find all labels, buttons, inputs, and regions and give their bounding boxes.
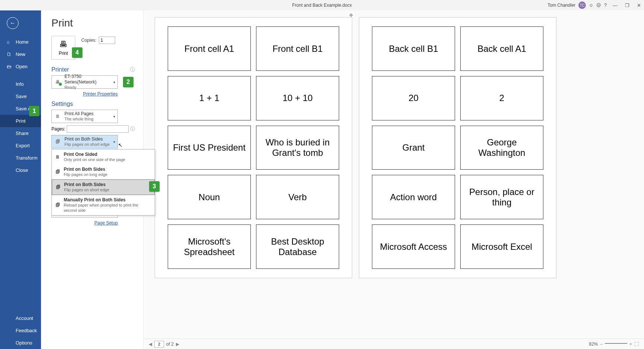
- duplex-popup: 🗎 Print One SidedOnly print on one side …: [51, 149, 155, 216]
- print-scope-dropdown[interactable]: 🗎 Print All PagesThe whole thing ▾: [51, 110, 118, 123]
- user-name: Tom Chandler: [547, 3, 575, 8]
- user-area: Tom Chandler TC ☺ ☹ ?: [547, 1, 607, 9]
- pages-field: Pages: ⓘ: [51, 125, 135, 133]
- cell: Front cell B1: [256, 26, 339, 71]
- sidebar-item-save[interactable]: Save: [0, 90, 41, 103]
- open-icon: 🗁: [7, 64, 13, 69]
- cell: Microsoft's Spreadsheet: [168, 224, 251, 269]
- sidebar-item-home[interactable]: ⌂Home: [0, 36, 41, 48]
- feedback-icon[interactable]: ☹: [596, 3, 601, 8]
- new-icon: 🗋: [7, 51, 13, 57]
- cell: Verb: [256, 175, 339, 219]
- prev-page-button[interactable]: ◀: [149, 342, 152, 347]
- printer-status-icon: 🖶: [54, 78, 61, 86]
- option-manual-both[interactable]: 🗐 Manually Print on Both SidesReload pap…: [52, 195, 155, 215]
- fit-page-button[interactable]: ⛶: [634, 342, 639, 347]
- sidebar-item-new[interactable]: 🗋New: [0, 48, 41, 60]
- duplex-icon: 🗐: [56, 202, 60, 208]
- settings-heading: Settings: [51, 101, 135, 107]
- preview-page-2: Back cell B1Back cell A1 202 GrantGeorge…: [359, 17, 556, 278]
- printer-dropdown[interactable]: 🖶 ET-3750 Series(Network)Ready ▾: [51, 75, 118, 89]
- back-button[interactable]: ←: [7, 17, 19, 29]
- restore-icon[interactable]: ❐: [625, 3, 629, 8]
- info-icon[interactable]: ⓘ: [130, 126, 135, 132]
- callout-badge-2: 2: [123, 77, 133, 87]
- printer-heading: Printer ⓘ: [51, 66, 135, 73]
- printer-properties-link[interactable]: Printer Properties: [83, 91, 118, 97]
- duplex-icon: 🗐: [54, 138, 61, 145]
- avatar[interactable]: TC: [578, 1, 586, 9]
- page-setup-link[interactable]: Page Setup: [94, 220, 118, 226]
- cell: Best Desktop Database: [256, 224, 339, 269]
- print-button[interactable]: 🖶 Print 4: [51, 36, 75, 60]
- close-icon[interactable]: ✕: [637, 3, 641, 8]
- sidebar-item-export[interactable]: Export: [0, 139, 41, 152]
- print-panel: Print 🖶 Print 4 Copies: Printer ⓘ 🖶 ET-3…: [41, 10, 143, 349]
- print-preview: ✥ Front cell A1Front cell B1 1 + 110 + 1…: [143, 10, 644, 349]
- title-bar: Front and Back Example.docx Tom Chandler…: [0, 0, 644, 10]
- status-bar: ◀ of 2 ▶ 82% – + ⛶: [143, 339, 644, 349]
- info-icon[interactable]: ⓘ: [130, 66, 135, 73]
- cursor-icon: ↖: [118, 142, 123, 148]
- cell: Microsoft Excel: [460, 224, 543, 269]
- minimize-icon[interactable]: —: [613, 3, 618, 8]
- cell: 2: [460, 76, 543, 120]
- sidebar-item-info[interactable]: Info: [0, 78, 41, 90]
- copies-field: Copies:: [81, 37, 115, 44]
- sidebar-item-account[interactable]: Account: [0, 312, 41, 324]
- next-page-button[interactable]: ▶: [176, 342, 179, 347]
- sidebar-item-close[interactable]: Close: [0, 164, 41, 176]
- sidebar-item-share[interactable]: Share: [0, 127, 41, 139]
- sidebar-item-print[interactable]: Print: [0, 115, 41, 127]
- face-icon[interactable]: ☺: [589, 3, 593, 8]
- page-icon: 🗎: [54, 113, 61, 120]
- cell: Front cell A1: [168, 26, 251, 71]
- cell: 10 + 10: [256, 76, 339, 120]
- page-number-input[interactable]: [154, 341, 164, 348]
- home-icon: ⌂: [7, 39, 13, 45]
- page-icon: 🗎: [56, 154, 60, 160]
- callout-badge-3: 3: [149, 181, 160, 192]
- cell: Action word: [372, 175, 455, 219]
- preview-page-1: Front cell A1Front cell B1 1 + 110 + 10 …: [155, 17, 352, 278]
- table-handle-icon[interactable]: ✥: [349, 13, 353, 18]
- chevron-down-icon: ▾: [113, 140, 115, 144]
- cell: Who is buried in Grant's tomb: [256, 126, 339, 170]
- copies-input[interactable]: [99, 37, 115, 44]
- cell: Grant: [372, 126, 455, 170]
- cell: 20: [372, 76, 455, 120]
- cell: 1 + 1: [168, 76, 251, 120]
- option-both-long[interactable]: 🗐 Print on Both SidesFlip pages on long …: [52, 164, 155, 179]
- callout-badge-1: 1: [29, 106, 40, 116]
- cell: Person, place or thing: [460, 175, 543, 219]
- sidebar-item-open[interactable]: 🗁Open: [0, 60, 41, 73]
- zoom-slider[interactable]: [605, 343, 627, 344]
- callout-badge-4: 4: [72, 47, 82, 58]
- cell: Back cell B1: [372, 26, 455, 71]
- sidebar-item-feedback[interactable]: Feedback: [0, 324, 41, 337]
- zoom-in-button[interactable]: +: [629, 342, 632, 347]
- option-both-short[interactable]: 🗐 Print on Both SidesFlip pages on short…: [52, 179, 155, 195]
- cell: Back cell A1: [460, 26, 543, 71]
- chevron-down-icon: ▾: [113, 114, 115, 119]
- page-total: of 2: [166, 342, 174, 347]
- duplex-icon: 🗐: [56, 185, 60, 190]
- backstage-sidebar: ← ⌂Home 🗋New 🗁Open Info Save Save As Pri…: [0, 10, 41, 349]
- duplex-icon: 🗐: [56, 169, 60, 174]
- duplex-dropdown[interactable]: 🗐 Print on Both SidesFlip pages on short…: [51, 135, 118, 148]
- cell: George Washington: [460, 126, 543, 170]
- cell: Noun: [168, 175, 251, 219]
- cell: First US President: [168, 126, 251, 170]
- zoom-out-button[interactable]: –: [600, 342, 603, 347]
- chevron-down-icon: ▾: [113, 80, 115, 84]
- pages-input[interactable]: [67, 125, 129, 133]
- sidebar-item-transform[interactable]: Transform: [0, 152, 41, 164]
- window-controls: — ❐ ✕: [613, 3, 641, 8]
- option-one-sided[interactable]: 🗎 Print One SidedOnly print on one side …: [52, 150, 155, 164]
- page-title: Print: [51, 17, 135, 29]
- document-name: Front and Back Example.docx: [292, 3, 352, 8]
- cell: Microsoft Access: [372, 224, 455, 269]
- help-icon[interactable]: ?: [604, 3, 607, 8]
- printer-icon: 🖶: [59, 40, 67, 49]
- sidebar-item-options[interactable]: Options: [0, 337, 41, 349]
